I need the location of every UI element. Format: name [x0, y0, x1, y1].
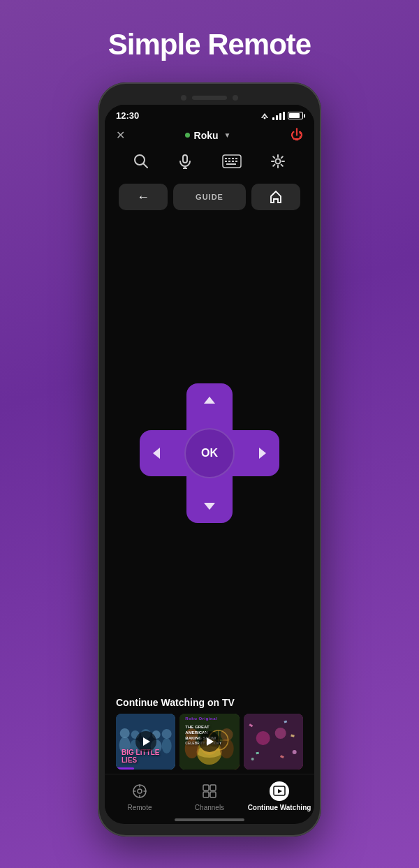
svg-rect-45	[244, 714, 303, 770]
back-button[interactable]: ←	[119, 184, 168, 210]
remote-toolbar	[105, 147, 314, 179]
svg-point-53	[292, 750, 296, 754]
svg-marker-66	[278, 789, 282, 793]
svg-rect-10	[228, 158, 230, 159]
dpad-left-button[interactable]	[142, 439, 170, 467]
channels-nav-label: Channels	[195, 804, 224, 811]
status-icons	[260, 112, 303, 120]
svg-marker-21	[153, 448, 160, 459]
dpad-container: OK	[105, 214, 314, 691]
svg-point-54	[251, 758, 253, 760]
phone-screen: 12:30	[105, 105, 314, 824]
dpad-ok-button[interactable]: OK	[184, 428, 235, 478]
home-indicator	[175, 818, 244, 821]
bottom-navigation: Remote Channels	[105, 774, 314, 816]
svg-point-25	[120, 728, 130, 738]
camera-dot	[181, 95, 186, 101]
remote-nav-label: Remote	[127, 804, 152, 811]
speaker-bar	[192, 96, 227, 100]
svg-rect-13	[225, 161, 227, 162]
progress-bar-bll	[116, 767, 134, 770]
svg-rect-16	[235, 161, 237, 162]
phone-frame: 12:30	[98, 82, 321, 837]
svg-point-18	[276, 159, 281, 164]
continue-items-list: BIG LITTLE LIES	[116, 714, 303, 770]
camera-dot-2	[233, 95, 238, 101]
status-time: 12:30	[116, 110, 139, 121]
svg-rect-9	[225, 158, 227, 159]
power-button[interactable]: ⏻	[291, 128, 303, 142]
svg-rect-63	[203, 792, 209, 797]
list-item[interactable]: BIG LITTLE LIES	[116, 714, 175, 770]
chevron-down-icon: ▼	[224, 131, 231, 139]
continue-watching-nav-icon	[270, 781, 289, 801]
svg-rect-5	[183, 155, 187, 163]
svg-rect-15	[232, 161, 234, 162]
continue-watching-section: Continue Watching on TV	[105, 691, 314, 774]
svg-marker-19	[204, 397, 215, 404]
nav-buttons-row: ← GUIDE	[105, 179, 314, 214]
svg-point-47	[274, 728, 286, 739]
svg-rect-11	[232, 158, 234, 159]
device-selector[interactable]: Roku ▼	[185, 130, 231, 141]
remote-nav-icon	[130, 781, 149, 801]
svg-rect-17	[226, 163, 236, 165]
svg-marker-22	[259, 448, 266, 459]
dpad-up-button[interactable]	[196, 386, 223, 414]
svg-line-4	[143, 163, 147, 168]
svg-point-40	[220, 739, 234, 758]
svg-point-56	[138, 789, 142, 793]
svg-rect-12	[235, 158, 237, 159]
svg-rect-62	[210, 785, 216, 790]
battery-icon	[288, 112, 303, 119]
keyboard-button[interactable]	[222, 154, 242, 172]
search-button[interactable]	[133, 154, 149, 172]
svg-point-2	[264, 117, 266, 119]
bottom-nav-channels[interactable]: Channels	[175, 781, 244, 811]
svg-point-46	[256, 731, 270, 745]
play-button-baking[interactable]	[199, 731, 220, 752]
page-title: Simple Remote	[108, 28, 311, 61]
status-bar: 12:30	[105, 105, 314, 124]
play-button-bll[interactable]	[135, 731, 156, 752]
continue-watching-title: Continue Watching on TV	[116, 697, 303, 708]
guide-button[interactable]: GUIDE	[173, 184, 246, 210]
svg-rect-64	[210, 792, 216, 797]
close-button[interactable]: ✕	[116, 128, 125, 142]
phone-top-bar	[105, 89, 314, 105]
svg-point-33	[162, 729, 172, 739]
signal-bars-icon	[272, 112, 285, 120]
device-status-dot	[185, 133, 190, 138]
svg-marker-20	[204, 503, 215, 510]
home-button[interactable]	[251, 184, 300, 210]
list-item[interactable]	[244, 714, 303, 770]
settings-button[interactable]	[270, 154, 286, 172]
app-header: ✕ Roku ▼ ⏻	[105, 124, 314, 147]
continue-watching-nav-label: Continue Watching	[248, 804, 311, 811]
dpad-right-button[interactable]	[249, 439, 277, 467]
dpad: OK	[140, 383, 279, 523]
channels-nav-icon	[200, 781, 219, 801]
wifi-icon	[260, 112, 270, 120]
svg-rect-61	[203, 785, 209, 790]
device-name: Roku	[194, 130, 219, 141]
bottom-nav-remote[interactable]: Remote	[105, 781, 175, 811]
mic-button[interactable]	[177, 154, 193, 172]
dpad-down-button[interactable]	[196, 492, 223, 520]
svg-rect-14	[228, 161, 230, 162]
bottom-nav-continue-watching[interactable]: Continue Watching	[244, 781, 314, 811]
list-item[interactable]: Roku Original THE GREATAMERICANBAKING SH…	[179, 714, 239, 770]
